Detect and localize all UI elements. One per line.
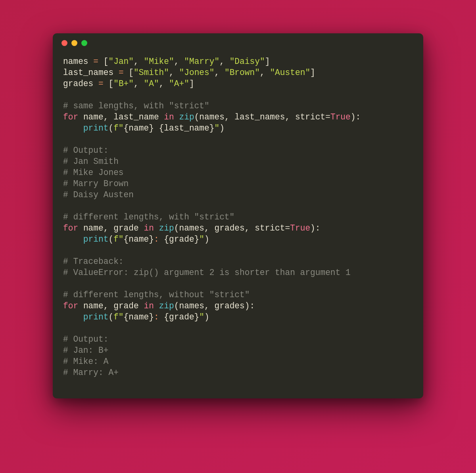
- code-comment: # Output:: [63, 146, 108, 155]
- code-line: grades = ["B+", "A", "A+"]: [63, 79, 194, 88]
- minimize-icon[interactable]: [71, 40, 77, 46]
- code-comment: # Jan Smith: [63, 157, 119, 166]
- code-line: names = ["Jan", "Mike", "Marry", "Daisy"…: [63, 57, 270, 66]
- code-comment: # Marry Brown: [63, 179, 129, 188]
- code-comment: # Mike Jones: [63, 168, 124, 177]
- code-comment: # different lengths, with "strict": [63, 212, 234, 222]
- code-comment: # different lengths, without "strict": [63, 290, 250, 300]
- code-block: names = ["Jan", "Mike", "Marry", "Daisy"…: [53, 52, 423, 386]
- window-titlebar: [53, 33, 423, 52]
- stage: names = ["Jan", "Mike", "Marry", "Daisy"…: [0, 0, 476, 473]
- code-line: print(f"{name}: {grade}"): [63, 235, 209, 244]
- code-comment: # Marry: A+: [63, 368, 119, 377]
- code-line: for name, last_name in zip(names, last_n…: [63, 112, 361, 122]
- code-line: for name, grade in zip(names, grades):: [63, 301, 255, 311]
- code-window: names = ["Jan", "Mike", "Marry", "Daisy"…: [53, 33, 423, 398]
- code-line: print(f"{name}: {grade}"): [63, 312, 209, 322]
- code-comment: # same lengths, with "strict": [63, 101, 209, 111]
- code-line: last_names = ["Smith", "Jones", "Brown",…: [63, 68, 315, 77]
- code-comment: # Traceback:: [63, 257, 124, 266]
- code-comment: # Daisy Austen: [63, 190, 134, 200]
- code-line: print(f"{name} {last_name}"): [63, 123, 225, 133]
- close-icon[interactable]: [61, 40, 67, 46]
- maximize-icon[interactable]: [81, 40, 87, 46]
- code-comment: # Mike: A: [63, 357, 108, 366]
- code-comment: # Jan: B+: [63, 346, 108, 355]
- code-line: for name, grade in zip(names, grades, st…: [63, 223, 321, 233]
- code-comment: # Output:: [63, 335, 108, 344]
- code-comment: # ValueError: zip() argument 2 is shorte…: [63, 268, 351, 277]
